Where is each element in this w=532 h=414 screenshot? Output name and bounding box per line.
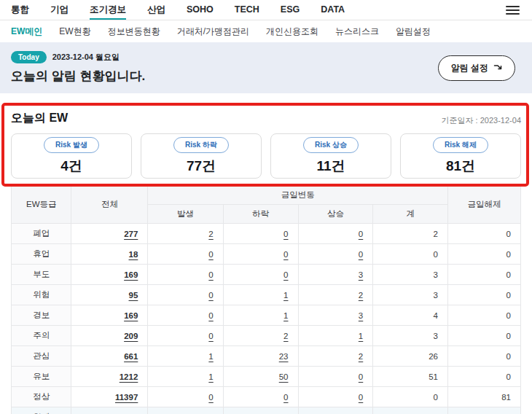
top-nav-item[interactable]: 조기경보 bbox=[90, 0, 126, 20]
sub-nav-item[interactable]: 뉴스리스크 bbox=[335, 26, 379, 38]
table-row: 폐업27720020 bbox=[12, 224, 521, 244]
down-count-link[interactable]: 1 bbox=[283, 311, 288, 320]
down-count-link[interactable]: 0 bbox=[283, 250, 288, 259]
up-count-link[interactable]: 0 bbox=[359, 393, 363, 402]
table-cell: 3 bbox=[373, 326, 448, 346]
occur-count-link[interactable]: 1 bbox=[208, 352, 213, 361]
up-count-link[interactable]: 1 bbox=[359, 332, 363, 340]
top-nav-item[interactable]: 산업 bbox=[147, 0, 165, 20]
ew-table-body: 폐업27720020휴업1800000부도16900330위험9501230경보… bbox=[12, 224, 521, 414]
total-count-link[interactable]: 1212 bbox=[120, 372, 138, 381]
table-cell: 0 bbox=[223, 387, 298, 407]
total-count-link[interactable]: 169 bbox=[124, 270, 138, 279]
risk-summary-card[interactable]: Risk 하락77건 bbox=[141, 133, 262, 179]
table-cell: 1 bbox=[148, 346, 223, 367]
total-count-link[interactable]: 661 bbox=[124, 352, 138, 361]
up-count-link[interactable]: 3 bbox=[359, 311, 363, 320]
banner-title: 오늘의 알림 현황입니다. bbox=[11, 68, 145, 85]
table-cell: 0 bbox=[448, 265, 521, 285]
up-count-link[interactable]: 0 bbox=[359, 250, 363, 259]
sub-nav-item[interactable]: 정보변동현황 bbox=[108, 26, 160, 38]
grade-label: 휴업 bbox=[12, 244, 71, 265]
occur-count-link[interactable]: 1 bbox=[208, 372, 213, 381]
occur-count-link[interactable]: 2 bbox=[208, 230, 213, 238]
risk-summary-card[interactable]: Risk 해제81건 bbox=[400, 133, 521, 179]
table-cell: 3 bbox=[298, 305, 373, 326]
occur-count-link[interactable]: 0 bbox=[208, 393, 213, 402]
alert-settings-button[interactable]: 알림 설정 bbox=[438, 55, 515, 81]
down-count-link[interactable]: 0 bbox=[283, 393, 288, 402]
total-count-link[interactable]: 277 bbox=[124, 230, 138, 238]
risk-summary-card[interactable]: Risk 상승11건 bbox=[270, 133, 391, 179]
col-header-grade: EW등급 bbox=[12, 185, 71, 224]
down-count-link[interactable]: 0 bbox=[283, 230, 288, 238]
sub-nav-item[interactable]: 개인신용조회 bbox=[266, 26, 318, 38]
top-nav-item[interactable]: 통합 bbox=[11, 0, 29, 20]
risk-summary-card[interactable]: Risk 발생4건 bbox=[11, 133, 132, 179]
up-count-link[interactable]: 2 bbox=[359, 291, 363, 300]
table-cell: 277 bbox=[71, 224, 148, 244]
up-count-link[interactable]: 3 bbox=[359, 270, 363, 279]
down-count-link[interactable]: 0 bbox=[283, 270, 288, 279]
cleared-count: 0 bbox=[506, 311, 511, 320]
table-cell: 95 bbox=[71, 285, 148, 305]
table-row: 경보16901340 bbox=[12, 305, 521, 326]
table-cell: 14207 bbox=[71, 407, 148, 414]
down-count-link[interactable]: 23 bbox=[279, 352, 289, 361]
cleared-count: 0 bbox=[506, 230, 511, 238]
sub-nav-item[interactable]: EW메인 bbox=[11, 26, 42, 38]
total-count-link[interactable]: 209 bbox=[124, 332, 138, 340]
top-nav: 통합기업조기경보산업SOHOTECHESGDATA bbox=[0, 0, 532, 20]
occur-count-link[interactable]: 0 bbox=[208, 270, 213, 279]
table-cell: 0 bbox=[298, 224, 373, 244]
hamburger-menu-icon[interactable] bbox=[504, 4, 521, 17]
top-nav-item[interactable]: SOHO bbox=[187, 0, 214, 20]
up-count-link[interactable]: 2 bbox=[359, 352, 363, 361]
table-cell: 23 bbox=[223, 346, 298, 367]
total-count-link[interactable]: 169 bbox=[124, 311, 138, 320]
table-row: 위험9501230 bbox=[12, 285, 521, 305]
table-cell: 1 bbox=[223, 305, 298, 326]
top-nav-item[interactable]: DATA bbox=[321, 0, 345, 20]
sub-nav-item[interactable]: EW현황 bbox=[59, 26, 90, 38]
external-arrow-icon bbox=[493, 63, 502, 72]
occur-count-link[interactable]: 0 bbox=[208, 332, 213, 340]
grade-label: 주의 bbox=[12, 326, 71, 346]
down-count-link[interactable]: 1 bbox=[283, 291, 288, 300]
top-nav-item[interactable]: 기업 bbox=[50, 0, 69, 20]
top-nav-item[interactable]: TECH bbox=[235, 0, 259, 20]
up-count-link[interactable]: 0 bbox=[359, 372, 363, 381]
col-header-up: 상승 bbox=[298, 205, 373, 224]
main-content: 오늘의 EW 기준일자 : 2023-12-04 Risk 발생4건Risk 하… bbox=[0, 111, 532, 414]
sum-count: 51 bbox=[429, 372, 438, 381]
table-cell: 169 bbox=[71, 305, 148, 326]
down-count-link[interactable]: 50 bbox=[279, 372, 289, 381]
table-cell: 0 bbox=[448, 326, 521, 346]
up-count-link[interactable]: 0 bbox=[359, 230, 363, 238]
total-count-link[interactable]: 95 bbox=[129, 291, 138, 300]
occur-count-link[interactable]: 0 bbox=[208, 291, 213, 300]
table-cell: 4 bbox=[148, 407, 223, 414]
table-cell: 92 bbox=[373, 407, 448, 414]
ew-status-table: EW등급 전체 금일변동 금일해제 발생 하락 상승 계 폐업27720020휴… bbox=[11, 184, 521, 414]
sub-nav-item[interactable]: 알림설정 bbox=[396, 26, 431, 38]
table-cell: 0 bbox=[373, 387, 448, 407]
base-date-label: 기준일자 : 2023-12-04 bbox=[442, 115, 521, 126]
cleared-count: 0 bbox=[506, 291, 511, 300]
today-banner: Today 2023-12-04 월요일 오늘의 알림 현황입니다. 알림 설정 bbox=[0, 42, 532, 93]
top-nav-item[interactable]: ESG bbox=[281, 0, 300, 20]
total-count-link[interactable]: 18 bbox=[129, 250, 138, 259]
down-count-link[interactable]: 2 bbox=[283, 332, 288, 340]
table-cell: 0 bbox=[448, 224, 521, 244]
grade-label: 정상 bbox=[12, 387, 71, 407]
sub-nav-item[interactable]: 거래처/가맹점관리 bbox=[177, 26, 249, 38]
table-cell: 0 bbox=[448, 244, 521, 265]
sum-count: 0 bbox=[434, 250, 438, 259]
table-cell: 77 bbox=[223, 407, 298, 414]
occur-count-link[interactable]: 0 bbox=[208, 250, 213, 259]
table-cell: 0 bbox=[448, 346, 521, 367]
table-cell: 0 bbox=[373, 244, 448, 265]
banner-top-row: Today 2023-12-04 월요일 bbox=[11, 51, 145, 63]
total-count-link[interactable]: 11397 bbox=[115, 393, 138, 402]
occur-count-link[interactable]: 0 bbox=[208, 311, 213, 320]
